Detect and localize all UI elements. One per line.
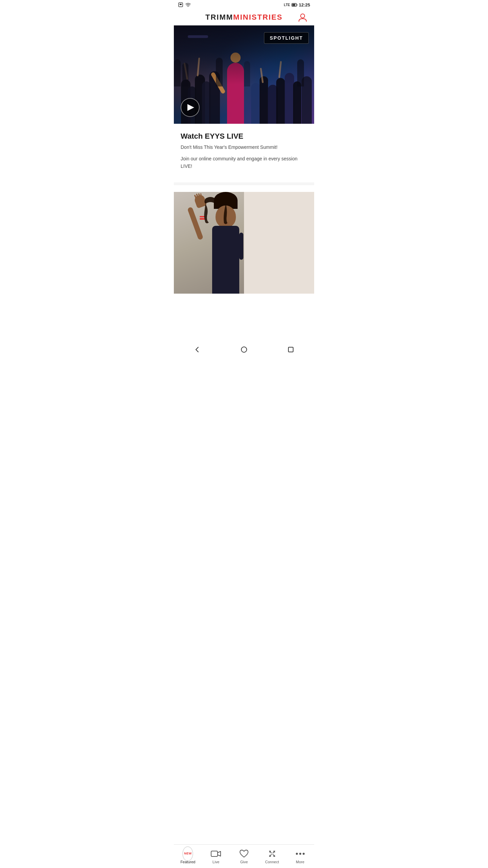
profile-button[interactable]	[297, 11, 309, 23]
status-bar: LTE 12:25	[174, 0, 314, 9]
svg-point-2	[188, 6, 188, 7]
svg-point-15	[241, 347, 247, 352]
svg-rect-1	[180, 4, 182, 5]
person-body	[212, 226, 239, 294]
wifi-icon	[185, 3, 191, 7]
network-indicator: LTE	[284, 3, 290, 7]
right-arm	[239, 233, 243, 260]
recent-button[interactable]	[286, 344, 296, 355]
svg-rect-5	[292, 4, 295, 6]
scrollable-content: SPOTLIGHT Watch EYYS LIVE Don't Miss Thi…	[174, 25, 314, 341]
status-bar-left	[178, 2, 191, 7]
sim-icon	[178, 2, 183, 7]
watch-description: Join our online community and engage in …	[181, 155, 307, 170]
watch-subtitle: Don't Miss This Year's Empowerment Summi…	[181, 144, 307, 151]
card-image-bg	[174, 192, 314, 294]
spotlight-badge: SPOTLIGHT	[264, 32, 309, 44]
hair-svg	[204, 195, 229, 226]
back-button[interactable]	[192, 344, 202, 355]
play-button[interactable]	[181, 98, 200, 117]
watch-title: Watch EYYS LIVE	[181, 132, 307, 141]
hair-detail	[204, 195, 229, 226]
finger-3	[198, 193, 200, 197]
content-section: Watch EYYS LIVE Don't Miss This Year's E…	[174, 124, 314, 177]
hero-section: SPOTLIGHT	[174, 25, 314, 124]
svg-point-6	[301, 14, 305, 18]
logo-trimm: TRIMM	[205, 13, 233, 22]
crowd-person-11	[293, 81, 301, 124]
person-arm	[187, 206, 203, 240]
crowd-person-9	[276, 78, 285, 124]
status-bar-right: LTE 12:25	[284, 2, 310, 7]
hero-image: SPOTLIGHT	[174, 25, 314, 124]
stage-truss-1	[188, 35, 208, 38]
svg-rect-4	[297, 4, 297, 6]
battery-icon	[291, 3, 298, 7]
home-button[interactable]	[239, 344, 249, 355]
header: TRIMM MINISTRIES	[174, 9, 314, 25]
profile-icon	[298, 13, 307, 22]
card-section[interactable]	[174, 185, 314, 300]
finger-4	[200, 193, 202, 196]
home-icon	[241, 346, 247, 353]
recent-icon	[287, 346, 294, 353]
svg-rect-16	[288, 347, 293, 352]
android-nav-bar	[174, 341, 314, 358]
crowd-person-6	[251, 83, 261, 124]
app-logo: TRIMM MINISTRIES	[205, 13, 283, 22]
card-image[interactable]	[174, 192, 314, 294]
time-display: 12:25	[299, 2, 310, 7]
logo-ministries: MINISTRIES	[233, 13, 283, 22]
back-icon	[194, 346, 201, 353]
section-divider	[174, 182, 314, 185]
